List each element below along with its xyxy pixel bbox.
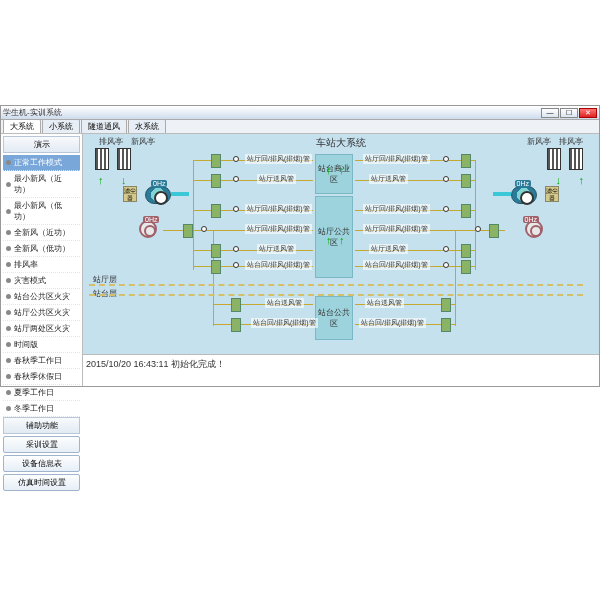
sidebar-item[interactable]: 全新风（近功） (3, 225, 80, 241)
damper-icon[interactable] (211, 174, 221, 188)
zone-hall-public: 站厅公共区 (315, 196, 353, 278)
damper-icon[interactable] (211, 244, 221, 258)
btn-training[interactable]: 采训设置 (3, 436, 80, 453)
arrow-up-icon: ↑ (339, 234, 345, 246)
sidebar-head-aux: 辅助功能 (3, 417, 80, 434)
filter-box-icon: 滤尘器 (123, 186, 137, 202)
vent-shaft-icon (117, 148, 135, 172)
pipe-icon (493, 192, 511, 196)
damper-icon[interactable] (461, 244, 471, 258)
sensor-icon (475, 226, 481, 232)
label-fresh-left: 新风亭 (131, 136, 155, 147)
sidebar-item[interactable]: 冬季工作日 (3, 401, 80, 417)
sensor-icon (233, 156, 239, 162)
sensor-icon (443, 176, 449, 182)
arrow-down-icon: ↓ (556, 174, 562, 186)
sensor-icon (443, 246, 449, 252)
duct-label: 站厅送风管 (369, 174, 408, 184)
sidebar-item[interactable]: 站厅公共区火灾 (3, 305, 80, 321)
minimize-button[interactable]: — (541, 108, 559, 118)
duct-label: 站厅回/排风(排烟)管 (245, 154, 312, 164)
damper-icon[interactable] (211, 260, 221, 274)
duct-label: 站台送风管 (365, 298, 404, 308)
log-panel: 2015/10/20 16:43:11 初始化完成！ (83, 354, 599, 386)
sidebar-item[interactable]: 春秋季休假日 (3, 369, 80, 385)
window-buttons: — ☐ ✕ (541, 108, 597, 118)
label-fresh-right: 新风亭 (527, 136, 551, 147)
tab-tunnel[interactable]: 隧道通风 (81, 119, 127, 133)
damper-icon[interactable] (441, 318, 451, 332)
pipe-icon (475, 160, 476, 270)
damper-icon[interactable] (461, 154, 471, 168)
vent-shaft-icon (547, 148, 565, 172)
sidebar-item[interactable]: 站台公共区火灾 (3, 289, 80, 305)
arrow-down-icon: ↓ (121, 174, 127, 186)
diagram-title: 车站大系统 (316, 136, 366, 150)
sensor-icon (443, 206, 449, 212)
window-title: 学生机-实训系统 (3, 107, 62, 118)
fan-hz-label: 0Hz (151, 180, 167, 187)
sidebar-item[interactable]: 最小新风（近功） (3, 171, 80, 198)
damper-icon[interactable] (461, 260, 471, 274)
duct-label: 站厅送风管 (257, 244, 296, 254)
pipe-icon (455, 230, 456, 326)
duct-label: 站台回/排风(排烟)管 (251, 318, 318, 328)
sidebar-item[interactable]: 灾害模式 (3, 273, 80, 289)
arrow-up-icon: ↑ (98, 174, 104, 186)
floor-separator-icon (89, 284, 583, 286)
sidebar-item[interactable]: 站厅两处区火灾 (3, 321, 80, 337)
sidebar-item[interactable]: 春秋季工作日 (3, 353, 80, 369)
pipe-icon (193, 160, 194, 270)
duct-label: 站厅送风管 (257, 174, 296, 184)
arrow-up-icon: ↑ (326, 234, 332, 246)
sidebar: 演示 正常工作模式 最小新风（近功） 最小新风（低功） 全新风（近功） 全新风（… (1, 134, 83, 386)
close-button[interactable]: ✕ (579, 108, 597, 118)
arrow-up-icon: ↑ (326, 164, 332, 176)
tab-big-system[interactable]: 大系统 (3, 119, 41, 133)
sidebar-item[interactable]: 全新风（低功） (3, 241, 80, 257)
app-window: 学生机-实训系统 — ☐ ✕ 大系统 小系统 隧道通风 水系统 演示 正常工作模… (0, 105, 600, 387)
vent-shaft-icon (569, 148, 587, 172)
arrow-up-icon: ↑ (339, 164, 345, 176)
titlebar: 学生机-实训系统 — ☐ ✕ (1, 106, 599, 120)
btn-equip-info[interactable]: 设备信息表 (3, 455, 80, 472)
workarea: 演示 正常工作模式 最小新风（近功） 最小新风（低功） 全新风（近功） 全新风（… (1, 134, 599, 386)
duct-label: 站厅回/排风(排烟)管 (363, 224, 430, 234)
tab-water[interactable]: 水系统 (128, 119, 166, 133)
vent-shaft-icon (95, 148, 113, 172)
fan-icon[interactable] (511, 186, 537, 204)
tab-small-system[interactable]: 小系统 (42, 119, 80, 133)
damper-icon[interactable] (461, 204, 471, 218)
damper-icon[interactable] (461, 174, 471, 188)
damper-icon[interactable] (489, 224, 499, 238)
floor-separator-icon (89, 294, 583, 296)
heater-hz-label: 0Hz (523, 216, 539, 223)
damper-icon[interactable] (183, 224, 193, 238)
sensor-icon (233, 176, 239, 182)
maximize-button[interactable]: ☐ (560, 108, 578, 118)
sidebar-item[interactable]: 时间版 (3, 337, 80, 353)
damper-icon[interactable] (441, 298, 451, 312)
main-panel: 车站大系统 排风亭 新风亭 新风亭 排风亭 ↑ ↓ ↑ ↓ 站台商业区 站厅公共… (83, 134, 599, 386)
sidebar-item[interactable]: 排风率 (3, 257, 80, 273)
damper-icon[interactable] (211, 204, 221, 218)
sidebar-item[interactable]: 正常工作模式 (3, 155, 80, 171)
fan-hz-label: 0Hz (515, 180, 531, 187)
tab-bar: 大系统 小系统 隧道通风 水系统 (1, 120, 599, 134)
damper-icon[interactable] (231, 318, 241, 332)
heater-hz-label: 0Hz (143, 216, 159, 223)
damper-icon[interactable] (211, 154, 221, 168)
sensor-icon (233, 246, 239, 252)
duct-label: 站台回/排风(排烟)管 (245, 260, 312, 270)
diagram-canvas: 车站大系统 排风亭 新风亭 新风亭 排风亭 ↑ ↓ ↑ ↓ 站台商业区 站厅公共… (83, 134, 599, 354)
duct-label: 站厅回/排风(排烟)管 (245, 224, 312, 234)
label-exhaust-left: 排风亭 (99, 136, 123, 147)
sidebar-item[interactable]: 夏季工作日 (3, 385, 80, 401)
sensor-icon (233, 206, 239, 212)
btn-sim-time[interactable]: 仿真时间设置 (3, 474, 80, 491)
damper-icon[interactable] (231, 298, 241, 312)
sensor-icon (201, 226, 207, 232)
sidebar-item[interactable]: 最小新风（低功） (3, 198, 80, 225)
fan-icon[interactable] (145, 186, 171, 204)
duct-label: 站台送风管 (265, 298, 304, 308)
